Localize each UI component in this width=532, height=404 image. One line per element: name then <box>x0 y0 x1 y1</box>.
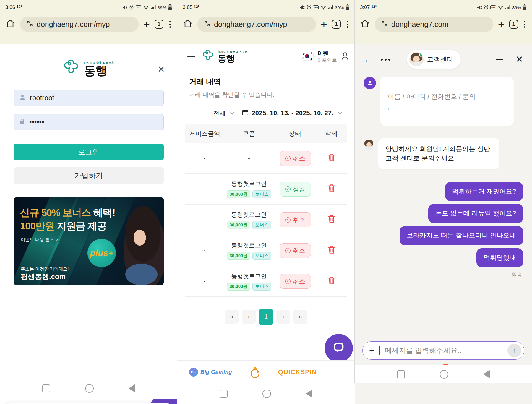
quickspin-logo: QUICKSPIN <box>278 368 317 376</box>
home-icon[interactable] <box>5 19 15 30</box>
signup-button[interactable]: 가입하기 <box>14 167 164 184</box>
hd-icon: HD <box>136 5 141 9</box>
back-button[interactable] <box>129 384 135 392</box>
alarm-icon <box>129 5 134 10</box>
prechat-form-card: 이름 / 아이디 / 전화번호 / 문의 ○ <box>380 77 514 126</box>
url-bar[interactable]: donghaeng7.com/myp <box>20 17 139 32</box>
home-button[interactable] <box>262 390 271 398</box>
agent-avatar <box>409 52 424 66</box>
attach-icon[interactable]: + <box>369 346 375 355</box>
first-page-button[interactable]: « <box>225 310 239 324</box>
chat-fab[interactable] <box>325 334 353 362</box>
balance-points: 0 포인트 <box>318 57 337 63</box>
table-header: 서비스금액 쿠폰 상태 삭제 <box>185 124 347 143</box>
recents-button[interactable] <box>397 370 405 378</box>
bonus-badge: 보너스 <box>252 252 271 260</box>
new-tab-icon[interactable]: + <box>143 20 150 29</box>
login-button[interactable]: 로그인 <box>14 144 164 160</box>
home-icon[interactable] <box>183 19 193 30</box>
banner-address: 평생동행.com <box>21 272 66 281</box>
password-input[interactable] <box>29 118 158 126</box>
home-icon[interactable] <box>360 19 370 30</box>
banner-event-link[interactable]: 이벤트 내용 참조 > <box>21 237 164 243</box>
type-select[interactable]: 전체 <box>213 109 226 117</box>
signal-icon <box>151 5 156 9</box>
recents-button[interactable] <box>220 390 228 398</box>
tab-counter[interactable]: 1 <box>155 20 163 29</box>
delete-button[interactable] <box>327 153 336 163</box>
logo-text: 동행 <box>218 54 235 63</box>
amount-cell: - <box>185 155 224 162</box>
bonus-badge: 보너스 <box>252 221 271 229</box>
user-icon <box>19 94 26 102</box>
hd-icon: HD <box>490 5 496 9</box>
delete-button[interactable] <box>327 184 336 194</box>
delete-button[interactable] <box>327 245 336 255</box>
menu-icon[interactable] <box>523 20 527 29</box>
menu-icon[interactable] <box>168 20 172 29</box>
lock-icon <box>19 118 25 126</box>
chevron-down-icon <box>230 111 235 116</box>
password-field[interactable] <box>14 114 164 130</box>
wallet-summary[interactable]: 0 원 0 포인트 <box>318 50 337 63</box>
browser-chrome: 3:05 13° HD 39% donghaeng7.com/myp + 1 <box>177 0 355 44</box>
col-coupon: 쿠폰 <box>224 129 274 138</box>
new-tab-icon[interactable]: + <box>498 20 505 29</box>
hamburger-icon[interactable] <box>186 52 197 61</box>
username-field[interactable] <box>14 90 164 106</box>
next-page-button[interactable]: › <box>276 310 290 324</box>
battery-icon <box>346 4 349 10</box>
mute-icon <box>299 5 305 10</box>
minimize-icon[interactable] <box>496 59 503 60</box>
close-icon[interactable]: ✕ <box>516 55 523 64</box>
tab-counter[interactable]: 1 <box>332 20 341 29</box>
new-tab-icon[interactable]: + <box>321 20 327 29</box>
user-message: 먹튀당했내 <box>476 248 523 267</box>
clover-logo-icon <box>63 60 82 77</box>
korea-flag-icon <box>301 52 314 62</box>
banner-line2-gold: 100만원 <box>20 220 54 231</box>
chat-input-area: + ↑ <box>362 341 524 360</box>
table-row: - 동행첫로그인 30,000원보너스 ×취소 <box>185 235 347 266</box>
url-bar[interactable]: donghaeng7.com <box>375 17 493 32</box>
back-button[interactable] <box>483 370 490 378</box>
android-navbar <box>0 378 177 399</box>
page-1-button[interactable]: 1 <box>259 309 273 325</box>
recents-button[interactable] <box>42 384 50 392</box>
prev-page-button[interactable]: ‹ <box>242 310 256 324</box>
username-input[interactable] <box>30 94 158 102</box>
send-button[interactable]: ↑ <box>507 344 521 357</box>
url-text: donghaeng7.com/myp <box>37 20 110 29</box>
alarm-icon <box>484 5 489 10</box>
chat-menu-icon[interactable] <box>381 59 390 61</box>
browser-toolbar: donghaeng7.com/myp + 1 <box>5 17 172 32</box>
delete-button[interactable] <box>327 276 336 286</box>
phone-screenshot-transactions: 3:05 13° HD 39% donghaeng7.com/myp + 1 <box>177 0 355 404</box>
last-page-button[interactable]: » <box>293 310 307 324</box>
menu-icon[interactable] <box>346 20 349 29</box>
close-icon[interactable]: ✕ <box>158 65 165 74</box>
logo-text: 동행 <box>84 65 107 77</box>
temperature: 13° <box>17 5 22 9</box>
home-button[interactable] <box>85 384 94 393</box>
date-range-select[interactable]: 2025. 10. 13. - 2025. 10. 27. <box>242 109 333 118</box>
back-icon[interactable]: ← <box>364 55 372 64</box>
promo-banner[interactable]: 신규 50% 보너스 혜택! 100만원 지원금 제공 이벤트 내용 참조 > … <box>14 197 164 285</box>
form-circle: ○ <box>388 106 506 112</box>
coupon-cell: 동행첫로그인 30,000원보너스 <box>224 180 274 198</box>
home-button[interactable] <box>440 370 448 379</box>
android-navbar <box>177 383 355 404</box>
tab-counter[interactable]: 1 <box>509 20 518 29</box>
provider-logo-strip: BG Big Gaming QUICKSPIN ··· <box>177 360 355 383</box>
url-bar[interactable]: donghaeng7.com/myp <box>197 17 316 32</box>
delete-button[interactable] <box>327 215 336 224</box>
calendar-icon <box>242 109 249 118</box>
site-logo[interactable]: 카지노 & 슬롯 & 스포츠 동행 <box>202 50 248 64</box>
back-button[interactable] <box>306 390 312 398</box>
browser-toolbar: donghaeng7.com + 1 <box>360 17 527 32</box>
profile-icon[interactable] <box>341 52 349 61</box>
coupon-cell: 동행첫로그인 30,000원보너스 <box>224 272 274 291</box>
online-status-dot <box>419 53 423 57</box>
price-badge: 30,000원 <box>227 221 250 229</box>
message-input[interactable] <box>385 346 503 355</box>
